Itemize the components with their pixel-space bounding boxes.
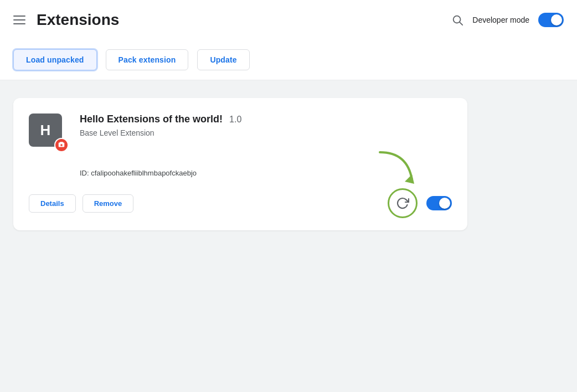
reload-button-wrapper — [388, 188, 418, 218]
developer-mode-label: Developer mode — [472, 16, 529, 24]
card-top: H Hello Extensions of the world! 1.0 Bas… — [29, 114, 452, 151]
extensions-page: Extensions Developer mode Load unpacked … — [0, 0, 577, 392]
svg-line-1 — [460, 22, 462, 25]
camera-icon — [58, 141, 65, 149]
extension-version: 1.0 — [229, 115, 241, 125]
details-button[interactable]: Details — [29, 194, 76, 213]
arrow-annotation — [374, 149, 419, 188]
green-arrow-icon — [374, 149, 419, 188]
extension-name-row: Hello Extensions of the world! 1.0 — [80, 114, 241, 125]
header: Extensions Developer mode — [0, 0, 577, 40]
update-button[interactable]: Update — [197, 49, 249, 70]
extension-icon-letter: H — [40, 122, 51, 139]
extension-name: Hello Extensions of the world! — [80, 114, 223, 125]
reload-button[interactable] — [388, 188, 418, 218]
extension-icon-wrapper: H — [29, 114, 66, 151]
extension-description: Base Level Extension — [80, 128, 241, 137]
remove-button[interactable]: Remove — [83, 194, 134, 213]
search-icon — [451, 14, 463, 26]
search-button[interactable] — [451, 14, 463, 26]
toggle-knob — [551, 14, 562, 25]
extension-card: H Hello Extensions of the world! 1.0 Bas… — [13, 98, 467, 230]
page-title: Extensions — [37, 11, 451, 29]
extension-id: ID: cfalipoohakefliiblhmbapofckaebjo — [80, 169, 197, 177]
menu-icon[interactable] — [13, 16, 25, 24]
toolbar: Load unpacked Pack extension Update — [0, 40, 577, 80]
extension-toggle-knob — [439, 198, 450, 209]
developer-mode-toggle[interactable] — [538, 13, 564, 27]
load-unpacked-button[interactable]: Load unpacked — [13, 49, 97, 70]
extension-toggle[interactable] — [426, 196, 452, 210]
card-bottom: Details Remove — [29, 188, 452, 218]
header-right: Developer mode — [451, 13, 564, 27]
extension-badge — [54, 138, 69, 152]
svg-marker-2 — [405, 174, 414, 184]
extension-info: Hello Extensions of the world! 1.0 Base … — [80, 114, 241, 137]
card-actions: Details Remove — [29, 194, 133, 213]
pack-extension-button[interactable]: Pack extension — [106, 49, 189, 70]
main-content: H Hello Extensions of the world! 1.0 Bas… — [0, 80, 577, 392]
reload-icon — [396, 197, 409, 210]
card-right — [388, 188, 452, 218]
